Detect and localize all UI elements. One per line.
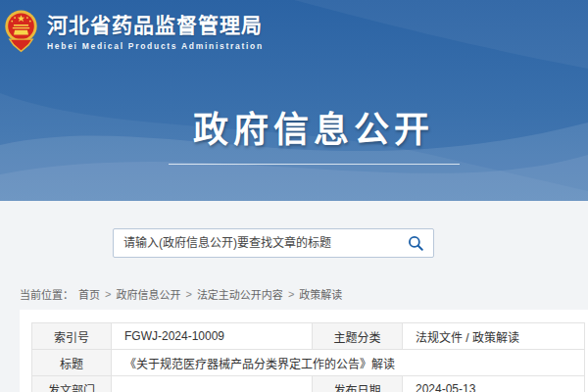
search-box <box>113 228 434 258</box>
title-label: 标题 <box>32 350 112 376</box>
breadcrumb-prefix: 当前位置： <box>20 286 74 302</box>
issuing-department-value <box>112 376 313 392</box>
banner: 政府信息公开 <box>0 110 588 165</box>
breadcrumb-separator: > <box>288 288 294 300</box>
table-row-index-category: 索引号 FGWJ-2024-10009 主题分类 法规文件 / 政策解读 <box>32 323 585 350</box>
site-header: 河北省药品监督管理局 Hebei Medical Products Admini… <box>0 0 588 201</box>
breadcrumb-separator: > <box>185 288 191 300</box>
breadcrumb-item-policy-interpretation: 政策解读 <box>299 286 342 302</box>
index-number-value: FGWJ-2024-10009 <box>112 323 313 350</box>
site-logo-link[interactable]: 河北省药品监督管理局 Hebei Medical Products Admini… <box>4 10 264 53</box>
national-emblem-icon <box>4 10 38 53</box>
banner-title: 政府信息公开 <box>39 110 588 151</box>
index-number-label: 索引号 <box>32 323 112 350</box>
subject-category-value: 法规文件 / 政策解读 <box>403 323 585 350</box>
subject-category-label: 主题分类 <box>313 323 403 350</box>
table-row-title: 标题 《关于规范医疗器械产品分类界定工作的公告》解读 <box>32 350 585 376</box>
page: 河北省药品监督管理局 Hebei Medical Products Admini… <box>0 0 588 392</box>
search-button[interactable] <box>398 229 433 257</box>
publish-date-label: 发布日期 <box>313 376 403 392</box>
breadcrumb-separator: > <box>105 288 111 300</box>
search-icon <box>407 234 424 252</box>
content-panel: 索引号 FGWJ-2024-10009 主题分类 法规文件 / 政策解读 标题 … <box>20 310 588 392</box>
breadcrumb-item-home[interactable]: 首页 <box>78 286 100 302</box>
brand-text: 河北省药品监督管理局 Hebei Medical Products Admini… <box>47 13 264 51</box>
publish-date-value: 2024-05-13 <box>403 376 585 392</box>
document-meta-table: 索引号 FGWJ-2024-10009 主题分类 法规文件 / 政策解读 标题 … <box>31 322 585 392</box>
table-row-department-date: 发文部门 发布日期 2024-05-13 <box>32 376 585 392</box>
org-name-en: Hebei Medical Products Administration <box>47 41 264 51</box>
breadcrumb: 当前位置： 首页 > 政府信息公开 > 法定主动公开内容 > 政策解读 <box>20 286 342 302</box>
org-name-zh: 河北省药品监督管理局 <box>47 13 264 38</box>
breadcrumb-item-disclosure-content[interactable]: 法定主动公开内容 <box>197 286 283 302</box>
title-value: 《关于规范医疗器械产品分类界定工作的公告》解读 <box>112 350 585 376</box>
search-input[interactable] <box>114 229 398 257</box>
breadcrumb-item-gov-info[interactable]: 政府信息公开 <box>116 286 180 302</box>
banner-underline <box>169 164 460 165</box>
issuing-department-label: 发文部门 <box>32 376 112 392</box>
